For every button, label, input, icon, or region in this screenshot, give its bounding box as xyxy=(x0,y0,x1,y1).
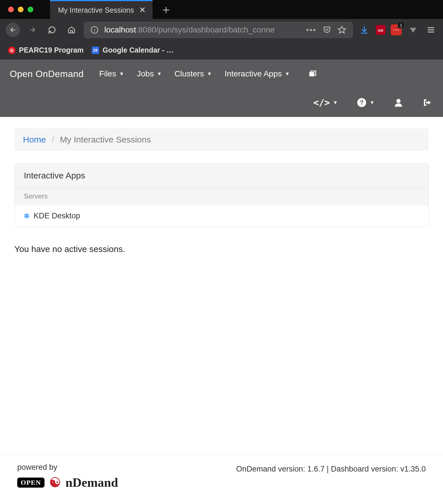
nav-files[interactable]: Files ▼ xyxy=(99,69,124,78)
chevron-down-icon: ▼ xyxy=(285,71,290,77)
hamburger-menu-button[interactable] xyxy=(425,24,437,36)
logout-button[interactable] xyxy=(422,98,432,107)
bookmark-pearc[interactable]: ◎ PEARC19 Program xyxy=(8,46,84,54)
breadcrumb: Home / My Interactive Sessions xyxy=(14,128,429,151)
arrow-left-icon xyxy=(9,26,17,34)
arrow-right-icon xyxy=(29,26,36,34)
svg-text:?: ? xyxy=(360,99,364,106)
nav-label: Clusters xyxy=(174,69,204,78)
bookmark-label: Google Calendar - … xyxy=(103,46,174,54)
panel-section-header: Servers xyxy=(15,188,428,205)
bookmark-favicon-icon: ◎ xyxy=(8,47,16,54)
main-content: Home / My Interactive Sessions Interacti… xyxy=(0,117,443,254)
new-tab-button[interactable]: ＋ xyxy=(153,0,180,19)
no-sessions-message: You have no active sessions. xyxy=(14,244,429,254)
bookmark-label: PEARC19 Program xyxy=(19,46,84,54)
pocket-icon[interactable] xyxy=(323,26,331,34)
minimize-window-icon[interactable] xyxy=(18,7,24,12)
bookmarks-bar: ◎ PEARC19 Program 29 Google Calendar - … xyxy=(0,42,443,59)
breadcrumb-current: My Interactive Sessions xyxy=(60,135,151,145)
navbar-row-primary: Open OnDemand Files ▼ Jobs ▼ Clusters ▼ … xyxy=(0,59,443,88)
chevron-down-icon: ▼ xyxy=(333,100,338,106)
kde-icon: ✲ xyxy=(24,212,30,220)
downloads-button[interactable] xyxy=(358,24,371,36)
info-icon xyxy=(90,26,99,34)
chevron-down-icon: ▼ xyxy=(157,71,162,77)
footer-version: OnDemand version: 1.6.7 | Dashboard vers… xyxy=(236,463,426,490)
user-icon xyxy=(394,98,403,107)
browser-chrome: My Interactive Sessions ✕ ＋ localhost:80… xyxy=(0,0,443,59)
brand-title[interactable]: Open OnDemand xyxy=(10,69,84,79)
chevron-down-icon: ▼ xyxy=(207,71,212,77)
nav-label: Interactive Apps xyxy=(225,69,282,78)
interactive-apps-panel: Interactive Apps Servers ✲ KDE Desktop xyxy=(14,163,429,227)
page-actions-icon[interactable]: ••• xyxy=(306,25,316,34)
window-restore-icon xyxy=(308,70,317,78)
svg-rect-1 xyxy=(309,72,315,76)
download-icon xyxy=(360,26,369,34)
open-badge: OPEN xyxy=(17,478,45,488)
ondemand-word: nDemand xyxy=(66,475,118,490)
breadcrumb-separator: / xyxy=(52,135,54,145)
star-icon[interactable] xyxy=(338,26,346,34)
chevron-down-icon: ▼ xyxy=(369,100,375,106)
nav-label: Files xyxy=(99,69,116,78)
app-label: KDE Desktop xyxy=(34,211,80,220)
footer-branding: powered by OPEN ☯nDemand xyxy=(17,463,118,490)
browser-tab[interactable]: My Interactive Sessions ✕ xyxy=(50,0,153,19)
ondemand-logo: OPEN ☯nDemand xyxy=(17,475,118,490)
url-path: :8080/pun/sys/dashboard/batch_conne xyxy=(136,25,275,34)
tab-title: My Interactive Sessions xyxy=(58,6,134,14)
ublock-icon[interactable]: uo xyxy=(376,25,386,35)
nav-sessions-icon[interactable] xyxy=(308,70,317,78)
window-controls xyxy=(0,7,41,12)
question-circle-icon: ? xyxy=(357,98,367,107)
user-button[interactable] xyxy=(394,98,403,107)
reload-button[interactable] xyxy=(45,23,59,37)
nav-label: Jobs xyxy=(137,69,154,78)
address-bar[interactable]: localhost:8080/pun/sys/dashboard/batch_c… xyxy=(84,22,353,38)
app-navbar: Open OnDemand Files ▼ Jobs ▼ Clusters ▼ … xyxy=(0,59,443,117)
app-kde-desktop[interactable]: ✲ KDE Desktop xyxy=(15,205,428,227)
sign-out-icon xyxy=(422,98,432,107)
footer-poweredby: powered by xyxy=(17,463,118,472)
reload-icon xyxy=(48,26,56,34)
footer: powered by OPEN ☯nDemand OnDemand versio… xyxy=(0,454,443,490)
develop-dropdown[interactable]: </> ▼ xyxy=(313,97,338,108)
nav-interactive-apps[interactable]: Interactive Apps ▼ xyxy=(225,69,290,78)
close-tab-icon[interactable]: ✕ xyxy=(139,6,146,14)
bookmark-gcal[interactable]: 29 Google Calendar - … xyxy=(92,46,174,54)
extension-v-icon[interactable] xyxy=(407,24,419,36)
forward-button[interactable] xyxy=(25,23,40,37)
code-icon: </> xyxy=(313,97,330,108)
hamburger-icon xyxy=(427,26,435,34)
back-button[interactable] xyxy=(6,23,20,37)
home-button[interactable] xyxy=(64,23,79,37)
url-toolbar: localhost:8080/pun/sys/dashboard/batch_c… xyxy=(0,19,443,42)
home-icon xyxy=(68,26,76,34)
svg-point-4 xyxy=(396,99,400,103)
nav-jobs[interactable]: Jobs ▼ xyxy=(137,69,162,78)
swirl-icon: ☯ xyxy=(49,475,61,490)
maximize-window-icon[interactable] xyxy=(28,7,33,12)
calendar-favicon-icon: 29 xyxy=(92,47,99,54)
breadcrumb-home-link[interactable]: Home xyxy=(23,135,46,145)
close-window-icon[interactable] xyxy=(8,7,14,12)
chevron-down-icon: ▼ xyxy=(119,71,124,77)
tab-bar: My Interactive Sessions ✕ ＋ xyxy=(0,0,443,19)
help-dropdown[interactable]: ? ▼ xyxy=(357,98,375,107)
panel-heading: Interactive Apps xyxy=(15,164,428,188)
lastpass-icon[interactable]: ⋯ xyxy=(391,24,402,35)
url-host: localhost xyxy=(104,25,136,34)
nav-clusters[interactable]: Clusters ▼ xyxy=(174,69,212,78)
chevron-down-fill-icon xyxy=(409,26,417,34)
navbar-row-utility: </> ▼ ? ▼ xyxy=(0,88,443,117)
